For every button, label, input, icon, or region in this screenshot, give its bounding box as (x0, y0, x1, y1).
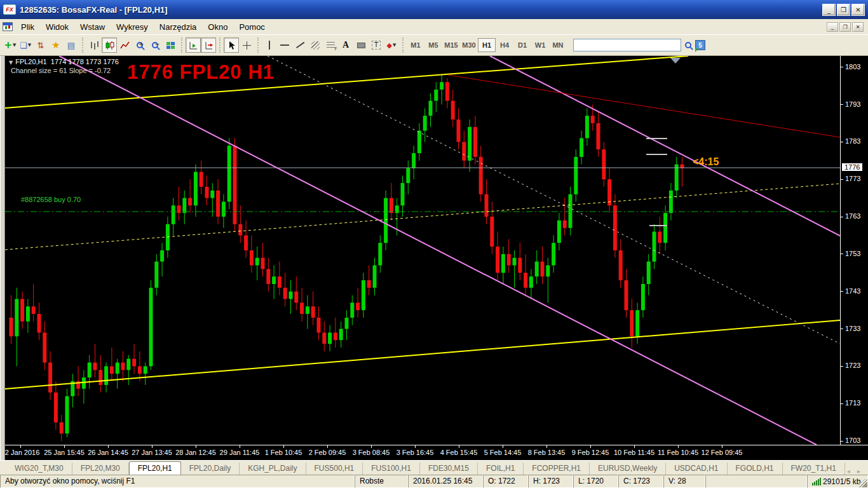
chart-tab-fgold-h1[interactable]: FGOLD,H1 (728, 463, 783, 475)
candle-body (132, 359, 136, 367)
menu-okno[interactable]: Okno (202, 20, 233, 34)
restore-button[interactable]: ❐ (837, 4, 850, 16)
chart-profiles-button[interactable]: ❏▼ (18, 37, 33, 53)
chart-tab-fpl20-daily[interactable]: FPL20,Daily (181, 463, 240, 475)
text-tool-button[interactable]: A (338, 37, 353, 53)
chart-tab-eurusd-weekly[interactable]: EURUSD,Weekly (590, 463, 666, 475)
equidistant-channel-button[interactable] (308, 37, 323, 53)
candle-body (356, 302, 360, 310)
chart-tab-fpl20-h1[interactable]: FPL20,H1 (129, 461, 181, 475)
mdi-close-button[interactable]: ✕ (852, 22, 864, 32)
menu-wykresy[interactable]: Wykresy (111, 20, 154, 34)
candle-body (479, 157, 483, 194)
mdi-minimize-button[interactable]: _ (827, 22, 838, 32)
chart-tab-kgh-pl-daily[interactable]: KGH_PL,Daily (240, 463, 306, 475)
timeframe-m5[interactable]: M5 (424, 38, 442, 52)
candle-body (625, 280, 628, 310)
data-window-button[interactable]: ▤ (64, 37, 79, 53)
vertical-line-icon (269, 41, 270, 50)
bar-chart-button[interactable] (86, 37, 102, 53)
x-tick-label: 5 Feb 14:45 (484, 449, 522, 456)
minimize-button[interactable]: _ (822, 4, 836, 16)
timeframe-m30[interactable]: M30 (460, 38, 478, 52)
timeframe-h1[interactable]: H1 (478, 38, 496, 52)
line-chart-button[interactable] (117, 37, 132, 53)
chart-tab-fde30-m15[interactable]: FDE30,M15 (420, 463, 478, 475)
x-tick-mark (415, 445, 416, 448)
fibonacci-button[interactable]: F (323, 37, 338, 53)
candle-body (116, 363, 119, 374)
auto-scroll-button[interactable] (186, 37, 201, 53)
horizontal-line-button[interactable] (277, 37, 292, 53)
yellow-dashed-midline (5, 184, 840, 250)
toolbar-separator (82, 37, 83, 53)
candle-body (160, 250, 164, 262)
timeframe-w1[interactable]: W1 (531, 38, 549, 52)
menu-wstaw[interactable]: Wstaw (74, 20, 111, 34)
vertical-line-button[interactable] (262, 37, 277, 53)
x-tick-label: 1 Feb 10:45 (265, 449, 302, 456)
chart-tab-fus500-h1[interactable]: FUS500,H1 (306, 463, 363, 475)
candlestick-chart-button[interactable] (102, 37, 117, 53)
chart-tab-wig20-t-m30[interactable]: WIG20_T,M30 (6, 463, 72, 475)
close-button[interactable]: ✕ (851, 4, 865, 16)
chart-tab-fw20-t1-h1[interactable]: FW20_T1,H1 (783, 463, 845, 475)
zoom-out-button[interactable]: − (147, 37, 163, 53)
zoom-in-button[interactable]: + (132, 37, 147, 53)
candlestick-chart (5, 56, 840, 445)
red-trendline (448, 75, 840, 137)
timeframe-mn[interactable]: MN (549, 38, 567, 52)
text-label-button[interactable]: T (369, 37, 384, 53)
y-tick-label: 1803 (845, 63, 860, 71)
symbol-dropdown-icon[interactable]: ▼ (9, 60, 13, 65)
menu-plik[interactable]: Plik (15, 20, 40, 34)
timeframe-d1[interactable]: D1 (513, 38, 531, 52)
chart-tab-fpl20-m30[interactable]: FPL20,M30 (72, 463, 129, 475)
chart-plot-area[interactable]: ▼FPL20,H1 1774 1778 1773 1776 Channel si… (5, 56, 840, 445)
candle-body (216, 191, 220, 217)
x-tick-label: 8 Feb 13:45 (528, 449, 566, 456)
tile-windows-button[interactable] (163, 37, 178, 53)
cursor-button[interactable] (224, 37, 239, 53)
timeframe-m1[interactable]: M1 (407, 38, 424, 52)
chart-tab-fus100-h1[interactable]: FUS100,H1 (363, 463, 420, 475)
refresh-symbols-button[interactable]: ⇅ (33, 37, 48, 53)
notification-badge[interactable]: 5 (695, 40, 705, 50)
candle-body (255, 258, 259, 266)
x-tick-label: 28 Jan 12:45 (175, 449, 216, 456)
arrow-tools-button[interactable]: ◆▼ (384, 37, 399, 53)
trendline-button[interactable] (292, 37, 308, 53)
candle-body (294, 292, 298, 303)
chart-tab-usdcad-h1[interactable]: USDCAD,H1 (666, 463, 727, 475)
chart-document-icon[interactable] (3, 22, 13, 31)
candle-body (200, 172, 203, 187)
favorites-button[interactable]: ★ (48, 37, 64, 53)
candle-body (445, 82, 449, 100)
time-axis[interactable]: 22 Jan 201625 Jan 15:4526 Jan 14:4527 Ja… (5, 445, 868, 460)
menu-widok[interactable]: Widok (40, 20, 74, 34)
line-chart-icon (120, 41, 130, 50)
candle-body (227, 146, 231, 201)
auto-scroll-icon (189, 41, 198, 50)
resize-grip[interactable] (859, 479, 867, 487)
new-chart-button[interactable]: +▼ (3, 37, 18, 53)
menu-pomoc[interactable]: Pomoc (233, 20, 270, 34)
search-icon[interactable] (685, 42, 691, 48)
timeframe-m15[interactable]: M15 (442, 38, 460, 52)
crosshair-button[interactable] (239, 37, 254, 53)
price-axis[interactable]: 1776 18031793178317731763175317431733172… (840, 56, 868, 445)
shapes-button[interactable] (353, 37, 369, 53)
candle-body (98, 370, 102, 385)
chart-shift-button[interactable] (201, 37, 216, 53)
candle-countdown: <4:15 (693, 156, 719, 168)
menu-narzędzia[interactable]: Narzędzia (154, 20, 203, 34)
search-input[interactable] (573, 39, 681, 51)
tab-scroll-arrows[interactable]: ◂ ▸ (847, 468, 868, 475)
candle-body (54, 393, 58, 423)
chart-tab-foil-h1[interactable]: FOIL,H1 (478, 463, 524, 475)
y-tick-mark (841, 441, 843, 442)
timeframe-h4[interactable]: H4 (496, 38, 513, 52)
chart-tab-fcopper-h1[interactable]: FCOPPER,H1 (524, 463, 590, 475)
status-datetime: 2016.01.25 16:45 (408, 475, 483, 488)
mdi-restore-button[interactable]: ❐ (839, 22, 851, 32)
